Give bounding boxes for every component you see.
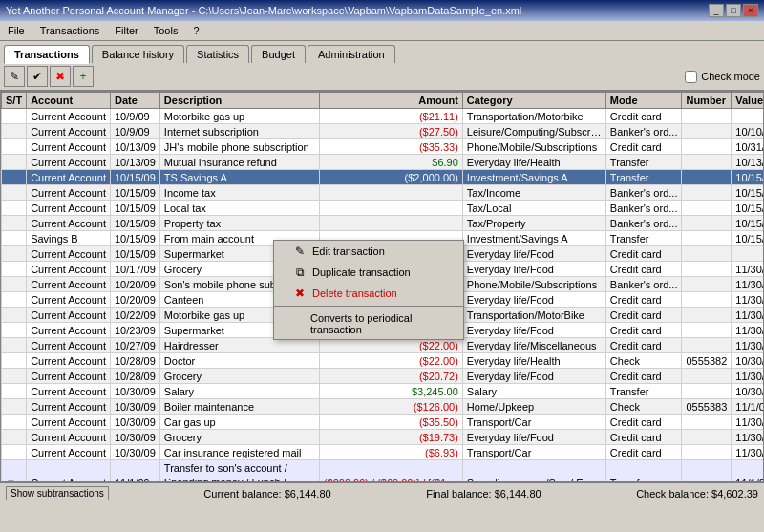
col-header-valdate[interactable]: Value date (732, 93, 764, 109)
context-menu-edit[interactable]: ✎ Edit transaction (274, 241, 463, 262)
context-menu-edit-label: Edit transaction (312, 245, 385, 257)
col-header-mode[interactable]: Mode (605, 93, 682, 109)
table-cell: Doctor (159, 353, 319, 369)
context-menu-delete[interactable]: ✖ Delete transaction (274, 283, 463, 304)
menu-tools[interactable]: Tools (150, 23, 182, 38)
col-header-cat[interactable]: Category (462, 93, 605, 109)
tab-budget[interactable]: Budget (251, 45, 306, 63)
table-row[interactable]: Current Account10/15/09Local taxTax/Loca… (2, 201, 765, 216)
table-row[interactable]: Current Account10/13/09JH's mobile phone… (2, 139, 765, 155)
tab-balance-history[interactable]: Balance history (92, 45, 184, 63)
table-row[interactable]: Current Account10/30/09Grocery($19.73)Ev… (2, 430, 765, 445)
table-cell: 0555383 (682, 399, 732, 415)
table-cell: ($2,000.00) (319, 170, 462, 185)
table-cell: $3,245.00 (319, 384, 462, 399)
table-cell (682, 155, 732, 170)
menu-filter[interactable]: Filter (111, 23, 141, 38)
table-cell (2, 277, 27, 292)
delete-button[interactable]: ✖ (50, 66, 71, 87)
col-header-date[interactable]: Date (111, 93, 160, 109)
table-cell (682, 277, 732, 292)
table-row[interactable]: Current Account10/28/09Grocery($20.72)Ev… (2, 369, 765, 384)
context-menu-convert[interactable]: Converts to periodical transaction (274, 309, 463, 339)
table-cell: 10/15/09 (111, 170, 160, 185)
show-subtransactions-button[interactable]: Show subtransactions (6, 486, 109, 500)
title-bar-controls: _ □ × (709, 4, 758, 17)
col-header-amount[interactable]: Amount (319, 93, 462, 109)
table-cell: Motorbike gas up (159, 109, 319, 124)
context-menu-duplicate[interactable]: ⧉ Duplicate transaction (274, 262, 463, 283)
table-cell: 10/15/09 (732, 201, 764, 216)
add-button[interactable]: + (73, 66, 94, 87)
table-cell: ($200.00) / ($60.00)] / [($100.00)] / [(… (319, 460, 462, 483)
menu-help[interactable]: ? (189, 23, 202, 38)
table-cell: Credit card (605, 445, 682, 460)
table-cell: 10/17/09 (111, 262, 160, 277)
table-cell (732, 109, 764, 124)
table-row[interactable]: Current Account10/30/09Car gas up($35.50… (2, 415, 765, 430)
close-button[interactable]: × (743, 4, 758, 17)
tab-statistics[interactable]: Statistics (186, 45, 249, 63)
table-cell: ($20.72) (319, 369, 462, 384)
col-header-desc[interactable]: Description (159, 93, 319, 109)
edit-icon: ✎ (293, 245, 307, 258)
table-cell (2, 338, 27, 353)
table-cell: 11/30/09 (732, 323, 764, 338)
menu-file[interactable]: File (4, 23, 29, 38)
table-cell: Investment/Savings A (462, 231, 605, 246)
table-cell (682, 185, 732, 201)
table-cell: ($21.11) (319, 109, 462, 124)
table-cell (2, 155, 27, 170)
table-cell: 11/1/09 (111, 460, 160, 483)
table-cell (2, 308, 27, 323)
table-cell: 10/13/09 (111, 155, 160, 170)
table-cell: Current Account (27, 353, 111, 369)
tab-bar: Transactions Balance history Statistics … (0, 41, 764, 63)
table-row[interactable]: Current Account10/28/09Doctor($22.00)Eve… (2, 353, 765, 369)
col-header-num[interactable]: Number (682, 93, 732, 109)
table-cell: Credit card (605, 323, 682, 338)
col-header-account[interactable]: Account (27, 93, 111, 109)
table-row[interactable]: ▼Current Account11/1/09Transfer to son's… (2, 460, 765, 483)
table-row[interactable]: Current Account10/15/09Income taxTax/Inc… (2, 185, 765, 201)
table-cell: 10/15/09 (111, 216, 160, 231)
table-row[interactable]: Current Account10/30/09Boiler maintenanc… (2, 399, 765, 415)
context-menu: ✎ Edit transaction ⧉ Duplicate transacti… (273, 240, 464, 340)
table-row[interactable]: Current Account10/9/09Motorbike gas up($… (2, 109, 765, 124)
table-cell (2, 124, 27, 139)
tab-transactions[interactable]: Transactions (4, 45, 90, 64)
table-row[interactable]: Current Account10/9/09Internet subscript… (2, 124, 765, 139)
table-row[interactable]: Current Account10/30/09Car insurance reg… (2, 445, 765, 460)
table-row[interactable]: Current Account10/15/09Property taxTax/P… (2, 216, 765, 231)
col-header-st[interactable]: S/T (2, 93, 27, 109)
check-button[interactable]: ✔ (27, 66, 48, 87)
table-cell (682, 415, 732, 430)
table-cell: 10/9/09 (111, 109, 160, 124)
maximize-button[interactable]: □ (726, 4, 741, 17)
menu-transactions[interactable]: Transactions (36, 23, 104, 38)
table-cell: Transport/Car (462, 415, 605, 430)
table-row[interactable]: Current Account10/13/09Mutual insurance … (2, 155, 765, 170)
table-cell: 11/30/09 (732, 430, 764, 445)
table-cell: Everyday life/Food (462, 323, 605, 338)
table-cell: 10/15/09 (111, 185, 160, 201)
table-cell (682, 216, 732, 231)
table-cell: Everyday life/Miscellaneous (462, 338, 605, 353)
table-cell (319, 216, 462, 231)
table-cell: ($22.00) (319, 353, 462, 369)
table-row[interactable]: Current Account10/15/09TS Savings A($2,0… (2, 170, 765, 185)
edit-button[interactable]: ✎ (4, 66, 25, 87)
check-mode-checkbox[interactable] (685, 71, 697, 83)
table-cell: 0555382 (682, 353, 732, 369)
table-cell: Current Account (27, 262, 111, 277)
table-cell: Check (605, 399, 682, 415)
table-cell (682, 124, 732, 139)
minimize-button[interactable]: _ (709, 4, 724, 17)
table-cell: 11/30/09 (732, 445, 764, 460)
tab-administration[interactable]: Administration (308, 45, 395, 63)
table-row[interactable]: Current Account10/30/09Salary$3,245.00Sa… (2, 384, 765, 399)
table-cell: 11/30/09 (732, 338, 764, 353)
table-cell: 10/15/09 (111, 231, 160, 246)
table-cell: Credit card (605, 308, 682, 323)
table-cell (2, 170, 27, 185)
